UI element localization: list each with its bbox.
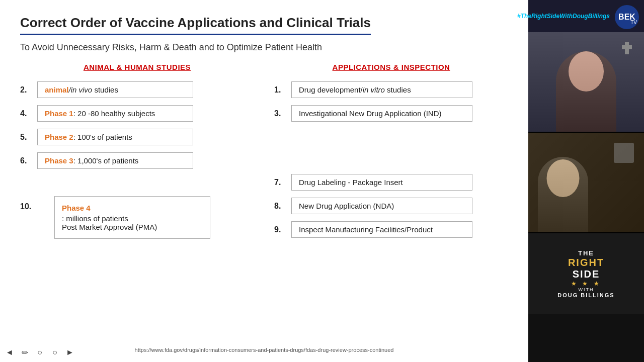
list-item: 9. Inspect Manufacturing Facilities/Prod…: [274, 221, 508, 238]
slide-area: Correct Order of Vaccine Applications an…: [0, 0, 528, 362]
footer-url: https://www.fda.gov/drugs/information-co…: [25, 347, 503, 353]
left-column: ANIMAL & HUMAN STUDIES 2. animal/in vivo…: [20, 63, 254, 246]
phase-label: Phase 2: [45, 133, 73, 141]
item-box: animal/in vivo studies: [37, 81, 193, 98]
logo-with: WITH: [557, 287, 614, 292]
logo-stars: ★ ★ ★: [557, 280, 614, 287]
nav-pencil-button[interactable]: ✏: [19, 347, 30, 358]
item-number: 3.: [274, 109, 288, 118]
list-item: 6. Phase 3: 1,000's of patients: [20, 152, 254, 169]
list-item: 3. Investigational New Drug Application …: [274, 105, 508, 122]
bek-logo: BEK TV: [615, 5, 639, 29]
item-number: 6.: [20, 156, 34, 165]
nav-back-button[interactable]: ◄: [4, 347, 15, 358]
item-box: Inspect Manufacturing Facilities/Product: [291, 221, 472, 238]
phase-label: animal: [45, 85, 69, 94]
item-text: : 100's of patients: [73, 133, 132, 141]
video-feed-bottom: [528, 133, 644, 233]
list-item: 4. Phase 1: 20 -80 healthy subjects: [20, 105, 254, 122]
item-text: Investigational New Drug Application (IN…: [299, 109, 441, 118]
item-box: Phase 3: 1,000's of patients: [37, 152, 193, 169]
item-number: 1.: [274, 85, 288, 95]
item-text: : 20 -80 healthy subjects: [73, 109, 155, 118]
nav-circle2-button[interactable]: ○: [49, 347, 60, 358]
list-item: 5. Phase 2: 100's of patients: [20, 129, 254, 145]
item-text: studies: [92, 85, 118, 94]
person-silhouette-woman: [528, 32, 644, 132]
tv-text: TV: [630, 20, 637, 25]
list-item: 7. Drug Labeling - Package Insert: [274, 174, 508, 191]
hashtag-text: #TheRightSideWithDougBillings: [517, 13, 610, 20]
top-banner: #TheRightSideWithDougBillings BEK TV: [528, 0, 644, 32]
item-italic: in vitro: [363, 85, 385, 94]
list-item: 2. animal/in vivo studies: [20, 81, 254, 98]
item-box: Drug Labeling - Package Insert: [291, 174, 472, 191]
item-text-2: Post Market Approval (PMA): [62, 223, 157, 231]
item-number: 2.: [20, 85, 34, 95]
item-number: 9.: [274, 225, 288, 234]
item-box-large: Phase 4: millions of patients Post Marke…: [54, 196, 210, 239]
logo-side: SIDE: [557, 268, 614, 280]
list-item: 1. Drug development/in vitro studies: [274, 81, 508, 98]
item-box: Phase 2: 100's of patients: [37, 129, 193, 145]
item-text: Inspect Manufacturing Facilities/Product: [299, 225, 433, 234]
item-number: 4.: [20, 109, 34, 118]
slide-title: Correct Order of Vaccine Applications an…: [20, 15, 371, 35]
logo-the: THE: [557, 249, 614, 257]
logo-doug: DOUG BILLINGS: [557, 292, 614, 298]
item-text: Drug Labeling - Package Insert: [299, 178, 403, 187]
nav-forward-button[interactable]: ►: [64, 347, 75, 358]
item-text: : 1,000's of patients: [73, 156, 139, 165]
nav-bar: ◄ ✏ ○ ○ ►: [4, 347, 75, 358]
item-text: : millions of patients: [62, 214, 128, 223]
the-right-side-logo: THE RIGHT SIDE ★ ★ ★ WITH DOUG BILLINGS: [557, 249, 614, 298]
item-number: 10.: [20, 202, 34, 211]
cross-decoration: [625, 42, 629, 54]
item-number: 8.: [274, 202, 288, 211]
item-box: New Drug Application (NDA): [291, 198, 472, 214]
phase-label: Phase 4: [62, 204, 203, 212]
slide-subtitle: To Avoid Unnecessary Risks, Harm & Death…: [20, 42, 508, 53]
phase-label: Phase 3: [45, 156, 73, 165]
right-panel: #TheRightSideWithDougBillings BEK TV THE: [528, 0, 644, 362]
right-column: APPLICATIONS & INSPECTION 1. Drug develo…: [274, 63, 508, 246]
bottom-logo-area: THE RIGHT SIDE ★ ★ ★ WITH DOUG BILLINGS: [528, 233, 644, 314]
item-box: Investigational New Drug Application (IN…: [291, 105, 472, 122]
list-item: 8. New Drug Application (NDA): [274, 198, 508, 214]
left-column-header: ANIMAL & HUMAN STUDIES: [20, 63, 254, 71]
item-box: Phase 1: 20 -80 healthy subjects: [37, 105, 193, 122]
item-text: New Drug Application (NDA): [299, 202, 394, 210]
item-number: 5.: [20, 133, 34, 142]
item-italic: /in vivo: [69, 85, 93, 94]
item-number: 7.: [274, 178, 288, 187]
video-feed-top: [528, 32, 644, 133]
phase-label: Phase 1: [45, 109, 73, 118]
list-item: 10. Phase 4: millions of patients Post M…: [20, 196, 254, 239]
nav-circle1-button[interactable]: ○: [34, 347, 45, 358]
item-box: Drug development/in vitro studies: [291, 81, 472, 98]
logo-right: RIGHT: [568, 257, 604, 268]
right-column-header: APPLICATIONS & INSPECTION: [274, 63, 508, 71]
